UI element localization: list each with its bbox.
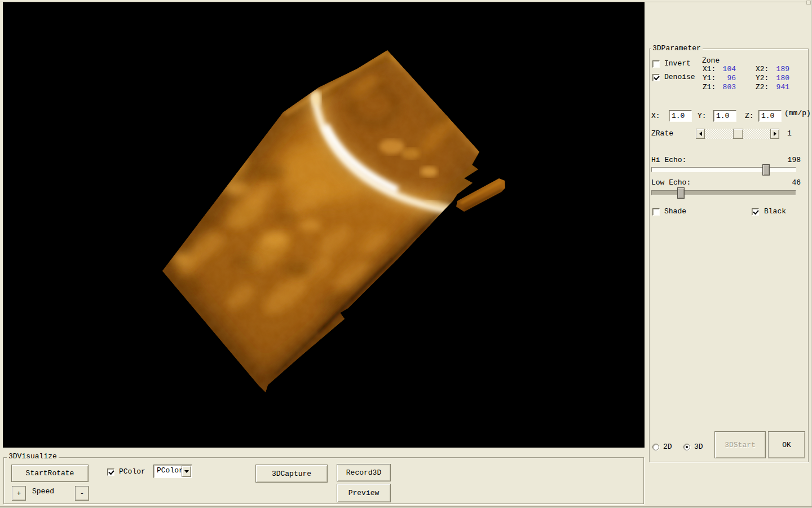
mode-2d-radio[interactable] (652, 444, 659, 450)
pcolor-dropdown-button[interactable] (182, 466, 191, 477)
shade-checkbox[interactable] (652, 208, 660, 216)
pcolor-dropdown[interactable]: PColor (153, 465, 192, 478)
scale-z-label: Z: (745, 112, 754, 120)
invert-label: Invert (664, 60, 691, 68)
low-echo-slider[interactable] (651, 187, 796, 199)
pcolor-dropdown-value: PColor (157, 467, 183, 475)
denoise-label: Denoise (664, 73, 695, 81)
zone-y2-value: 180 (765, 75, 789, 82)
zone-x1-value: 104 (711, 65, 736, 73)
record-button[interactable]: Record3D (337, 464, 391, 481)
arrow-right-icon (774, 132, 779, 136)
mode-3d-label: 3D (694, 443, 703, 451)
scale-y-input[interactable] (713, 110, 736, 122)
low-echo-label: Low Echo: (651, 179, 691, 187)
preview-button[interactable]: Preview (337, 484, 391, 502)
render-viewport[interactable] (3, 2, 645, 448)
pcolor-checkbox[interactable] (107, 468, 114, 476)
zone-title: Zone (702, 57, 720, 65)
low-echo-thumb[interactable] (677, 187, 685, 199)
zone-z2-value: 941 (765, 84, 789, 91)
start3d-button[interactable]: 3DStart (714, 431, 766, 458)
scale-unit-label: (mm/p) (784, 110, 811, 117)
visualize-group-title: 3DVisualize (7, 453, 59, 461)
arrow-left-icon (697, 132, 702, 136)
scale-z-input[interactable] (758, 110, 782, 122)
radio-dot-icon (686, 446, 688, 448)
check-icon (654, 75, 659, 81)
zrate-label: ZRate (651, 130, 673, 138)
hi-echo-value: 198 (774, 156, 801, 164)
scale-x-input[interactable] (669, 110, 692, 122)
parameter-panel: 3DParameter Invert Denoise Zone X1: 104 … (646, 0, 812, 508)
invert-checkbox[interactable] (652, 60, 660, 68)
speed-plus-button[interactable]: + (12, 486, 26, 501)
check-icon (753, 209, 758, 215)
ultrasound-3d-render (3, 2, 645, 448)
start-rotate-button[interactable]: StartRotate (11, 465, 89, 482)
mode-3d-radio[interactable] (683, 444, 690, 450)
zrate-track[interactable] (705, 129, 770, 139)
shade-label: Shade (664, 208, 686, 216)
capture-button[interactable]: 3DCapture (255, 465, 328, 483)
zone-y1-value: 96 (711, 75, 736, 82)
hi-echo-track[interactable] (651, 167, 796, 172)
mode-2d-label: 2D (663, 443, 672, 451)
scale-y-label: Y: (698, 112, 707, 120)
black-label: Black (764, 208, 786, 216)
hi-echo-thumb[interactable] (762, 164, 770, 176)
zrate-thumb[interactable] (733, 129, 743, 139)
check-icon (108, 469, 114, 475)
low-echo-track[interactable] (651, 190, 796, 195)
low-echo-value: 46 (774, 179, 801, 187)
zrate-value: 1 (787, 130, 792, 138)
zrate-scrollbar[interactable] (696, 129, 779, 139)
parameter-group-title: 3DParameter (651, 45, 703, 52)
zrate-left-button[interactable] (696, 129, 705, 139)
hi-echo-label: Hi Echo: (651, 156, 686, 164)
ok-button[interactable]: OK (768, 431, 805, 458)
zone-z1-value: 803 (711, 84, 736, 91)
chevron-down-icon (184, 470, 189, 475)
speed-label: Speed (32, 488, 54, 496)
speed-minus-button[interactable]: - (75, 486, 89, 501)
hi-echo-slider[interactable] (651, 164, 796, 176)
zone-x2-value: 189 (765, 65, 789, 73)
zrate-right-button[interactable] (770, 129, 779, 139)
pcolor-label: PColor (119, 468, 145, 476)
denoise-checkbox[interactable] (652, 74, 660, 81)
black-checkbox[interactable] (752, 208, 759, 216)
scale-x-label: X: (651, 112, 660, 120)
